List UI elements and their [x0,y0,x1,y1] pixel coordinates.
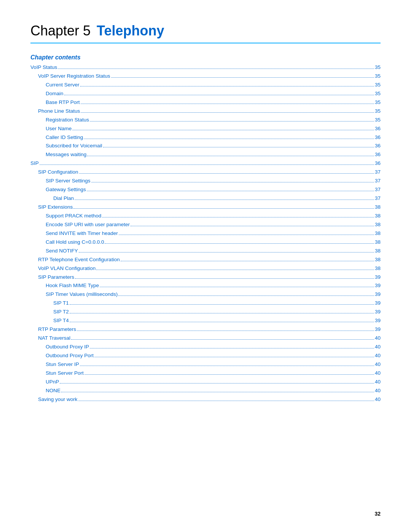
toc-entry: SIP36 [30,159,381,168]
toc-entry-text: Send NOTIFY [46,247,78,256]
toc-entry-text: Domain [46,89,64,98]
chapter-header: Chapter 5 Telephony [30,23,381,43]
toc-entry-text: User Name [46,125,72,133]
toc-dots [81,104,374,104]
chapter-number: Chapter 5 [30,23,91,39]
toc-entry: VoIP Server Registration Status35 [30,72,381,81]
toc-entry-text: SIP T2 [53,308,69,316]
toc-entry: Stun Server IP40 [30,360,381,369]
toc-entry-text: SIP Parameters [38,273,74,282]
toc-entry-text: Base RTP Port [46,98,80,107]
toc-page-number: 38 [375,212,381,220]
toc-entry: Call Hold using C=0.0.0.038 [30,238,381,247]
toc-entry: Outbound Proxy IP40 [30,343,381,351]
toc-entry: Base RTP Port35 [30,98,381,107]
toc-entry-text: SIP [30,159,39,168]
toc-entry: Gateway Settings37 [30,185,381,194]
toc-page-number: 38 [375,203,381,212]
toc-entry-text: Stun Server IP [46,360,79,369]
toc-page-number: 36 [375,125,381,133]
page-number: 32 [374,511,381,517]
toc-page-number: 36 [375,150,381,159]
toc-dots [80,366,374,366]
toc-entry: Registration Status35 [30,116,381,125]
toc-entry-text: Outbound Proxy Port [46,351,94,360]
toc-entry-text: Subscribed for Voicemail [46,142,102,150]
toc-page-number: 35 [375,107,381,116]
toc-entry-text: Send INVITE with Timer header [46,229,118,238]
toc-entry-text: VoIP VLAN Configuration [38,264,96,273]
toc-entry-text: Encode SIP URI with user parameter [46,220,130,229]
toc-page-number: 37 [375,194,381,203]
toc-entry-text: SIP Timer Values (milliseconds) [46,290,118,299]
toc-page-number: 40 [375,378,381,387]
toc-entry: SIP Parameters39 [30,273,381,282]
toc-page-number: 36 [375,159,381,168]
toc-entry-text: Call Hold using C=0.0.0.0 [46,238,104,247]
toc-page-number: 40 [375,395,381,404]
toc-dots [94,357,374,357]
toc-page-number: 39 [375,308,381,316]
toc-entry-text: Hook Flash MIME Type [46,281,99,290]
toc-page-number: 35 [375,116,381,125]
toc-dots [58,69,374,69]
toc-page-number: 39 [375,290,381,299]
toc-page-number: 39 [375,316,381,325]
toc-entry-text: SIP Server Settings [46,177,91,185]
toc-entry-text: Support PRACK method [46,212,101,220]
toc-entry-text: Current Server [46,81,80,89]
toc-dots [61,392,374,392]
toc-entry: User Name36 [30,125,381,133]
toc-page-number: 37 [375,177,381,185]
toc-entry: Messages waiting36 [30,150,381,159]
toc-page-number: 39 [375,325,381,334]
toc-page-number: 35 [375,63,381,72]
toc-entry-text: SIP T1 [53,299,69,308]
toc-dots [84,139,374,139]
chapter-title: Telephony [97,23,164,39]
chapter-contents-title: Chapter contents [30,54,381,61]
toc-dots [131,226,374,226]
toc-entry: VoIP Status35 [30,63,381,72]
toc-page-number: 38 [375,247,381,256]
toc-entry-text: Stun Server Port [46,369,84,378]
toc-dots [87,191,374,191]
toc-entry: Encode SIP URI with user parameter38 [30,220,381,229]
toc-entry-text: Outbound Proxy IP [46,343,89,351]
toc-entry: Dial Plan37 [30,194,381,203]
toc-entry-text: NONE [46,387,61,395]
toc-entry-text: NAT Traversal [38,334,70,343]
toc-dots [72,130,374,130]
toc-dots [102,217,374,217]
toc-page-number: 39 [375,299,381,308]
toc-dots [91,182,374,182]
toc-dots [90,348,374,348]
toc-dots [77,331,374,331]
toc-entry-text: RTP Parameters [38,325,76,334]
toc-page-number: 40 [375,334,381,343]
toc-page-number: 37 [375,168,381,177]
toc-page-number: 38 [375,264,381,273]
toc-entry: SIP T439 [30,316,381,325]
toc-page-number: 35 [375,89,381,98]
toc-page-number: 35 [375,72,381,81]
toc-entry-text: Registration Status [46,116,89,125]
toc-page-number: 38 [375,229,381,238]
toc-entry: SIP Configuration37 [30,168,381,177]
toc-dots [79,173,374,174]
toc-page-number: 39 [375,273,381,282]
toc-entry: Send INVITE with Timer header38 [30,229,381,238]
toc-entry: UPnP40 [30,378,381,387]
toc-dots [64,95,374,95]
toc-entry: SIP Timer Values (milliseconds)39 [30,290,381,299]
table-of-contents: VoIP Status35VoIP Server Registration St… [30,63,381,404]
toc-dots [103,147,374,147]
toc-entry: SIP T239 [30,308,381,316]
toc-dots [78,401,374,401]
toc-page-number: 40 [375,343,381,351]
toc-dots [70,313,374,313]
toc-entry: SIP T139 [30,299,381,308]
toc-entry-text: Dial Plan [53,194,74,203]
toc-entry-text: Saving your work [38,395,78,404]
toc-entry: VoIP VLAN Configuration38 [30,264,381,273]
